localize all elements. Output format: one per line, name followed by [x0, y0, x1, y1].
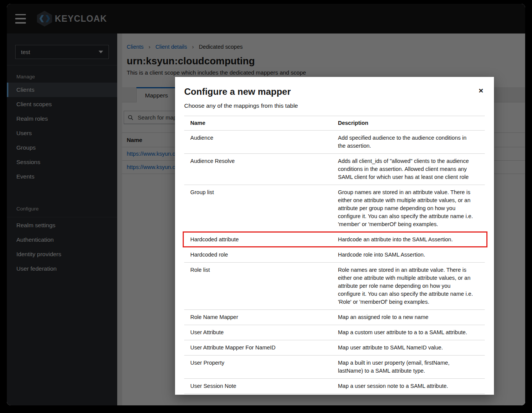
mapper-type-description: Map an assigned role to a new name [338, 310, 485, 325]
mapper-type-row[interactable]: Role Name Mapper Map an assigned role to… [184, 310, 485, 325]
mapper-type-description: Map a custom user attribute to a to a SA… [338, 325, 485, 340]
modal-header: Configure a new mapper × [184, 86, 485, 97]
mapper-type-row[interactable]: User Attribute Mapper For NameID Map use… [184, 340, 485, 356]
mapper-type-row[interactable]: Hardcoded attribute Hardcode an attribut… [184, 232, 485, 247]
mapper-type-name[interactable]: Group list [184, 185, 338, 232]
mapper-type-description: Hardcode an attribute into the SAML Asse… [338, 232, 485, 247]
mapper-type-name[interactable]: Role Name Mapper [184, 310, 338, 325]
mapper-table-header: Name Description [184, 116, 485, 131]
mapper-type-name[interactable]: User Attribute [184, 325, 338, 340]
mapper-type-row[interactable]: User Session Note Map a user session not… [184, 379, 485, 394]
configure-mapper-modal: Configure a new mapper × Choose any of t… [175, 77, 494, 395]
mapper-type-name[interactable]: Hardcoded role [184, 247, 338, 262]
mapper-type-name[interactable]: Hardcoded attribute [184, 232, 338, 247]
mapper-type-description: Adds all client_ids of "allowed" clients… [338, 154, 485, 185]
column-header-description: Description [338, 116, 485, 130]
mapper-type-description: Add specified audience to the audience c… [338, 131, 485, 153]
mapper-type-description: Group names are stored in an attribute v… [338, 185, 485, 232]
mapper-type-description: Hardcode role into SAML Assertion. [338, 247, 485, 262]
mapper-type-row[interactable]: Audience Resolve Adds all client_ids of … [184, 154, 485, 185]
app-window: KEYCLOAK test Manage Clients Client scop… [7, 4, 525, 405]
mapper-type-description: Role names are stored in an attribute va… [338, 263, 485, 309]
mapper-type-name[interactable]: User Attribute Mapper For NameID [184, 340, 338, 355]
mapper-type-name[interactable]: Audience Resolve [184, 154, 338, 185]
mapper-type-row[interactable]: Audience Add specified audience to the a… [184, 131, 485, 154]
mapper-type-row[interactable]: User Property Map a built in user proper… [184, 356, 485, 379]
mapper-type-name[interactable]: Audience [184, 131, 338, 153]
mapper-types-table: Name Description Audience Add specified … [184, 116, 485, 394]
mapper-type-description: Map a user session note to a SAML attrib… [338, 379, 485, 394]
mapper-type-name[interactable]: Role list [184, 263, 338, 309]
mapper-type-row[interactable]: Hardcoded role Hardcode role into SAML A… [184, 247, 485, 263]
mapper-type-row[interactable]: User Attribute Map a custom user attribu… [184, 325, 485, 340]
mapper-type-description: Map a built in user property (email, fir… [338, 356, 485, 378]
close-icon[interactable]: × [477, 87, 485, 94]
mapper-table-body: Audience Add specified audience to the a… [184, 131, 485, 394]
mapper-type-name[interactable]: User Session Note [184, 379, 338, 394]
mapper-type-row[interactable]: Group list Group names are stored in an … [184, 185, 485, 232]
mapper-type-description: Map user attribute to SAML NameID value. [338, 340, 485, 355]
modal-subtitle: Choose any of the mappings from this tab… [184, 102, 485, 110]
modal-title: Configure a new mapper [184, 86, 291, 97]
mapper-type-name[interactable]: User Property [184, 356, 338, 378]
column-header-name: Name [184, 116, 338, 130]
mapper-type-row[interactable]: Role list Role names are stored in an at… [184, 263, 485, 310]
